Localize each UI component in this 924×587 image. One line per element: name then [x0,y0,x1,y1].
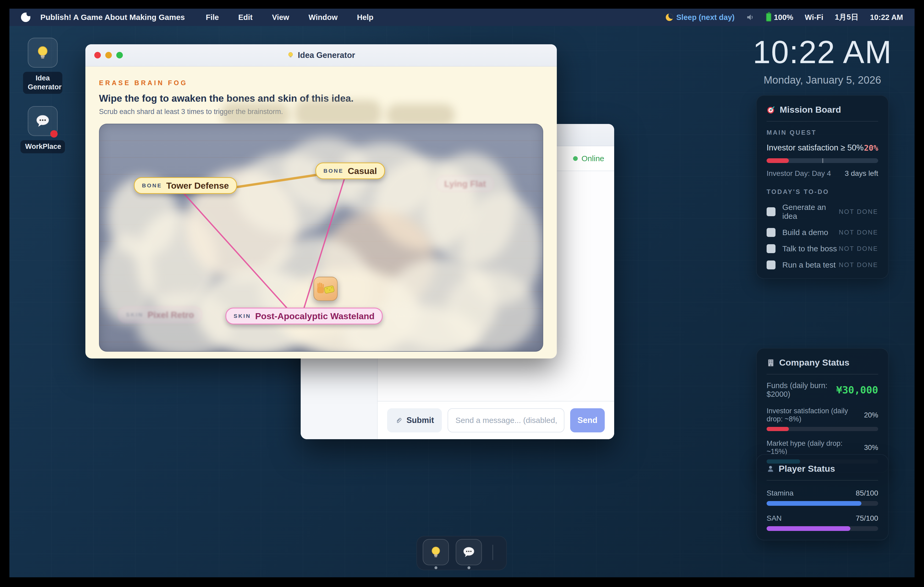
shard-label: Tower Defense [166,180,229,191]
todo-row: Generate an idea NOT DONE [767,203,878,221]
quest-progress-fill [767,158,789,163]
shard-tag: SKIN [126,312,143,318]
panel-title: Mission Board [780,104,841,115]
quest-target-marker [822,158,823,163]
shard-post-apocalyptic-wasteland[interactable]: SKIN Post-Apocalyptic Wasteland [226,308,383,324]
battery-full-icon [766,13,771,21]
submit-button[interactable]: Submit [387,408,442,432]
metric-value: 75/100 [856,514,878,523]
desktop-icon-idea-generator[interactable]: Idea Generator [22,38,64,94]
todo-label: Build a demo [782,228,839,237]
desktop-icon-workplace[interactable]: WorkPlace [22,106,64,153]
todo-checkbox[interactable] [767,228,776,237]
dock-item-workplace[interactable] [456,539,482,569]
todo-checkbox[interactable] [767,260,776,270]
todo-status: NOT DONE [839,229,878,236]
shard-tower-defense[interactable]: BONE Tower Defense [134,177,237,194]
funds-value: ¥30,000 [836,384,878,396]
clock-date: Monday, January 5, 2026 [741,74,904,86]
todo-checkbox[interactable] [767,207,776,216]
desktop-clock: 10:22 AM Monday, January 5, 2026 [741,34,904,86]
metric-bar [767,427,878,431]
speech-balloon-icon [462,546,475,559]
fogged-shard-label: Lying Flat [444,179,486,189]
metric-value: 30% [864,444,878,452]
panel-title: Player Status [779,464,835,474]
running-indicator-dot [434,566,437,569]
speaker-icon[interactable] [746,13,754,21]
todo-status: NOT DONE [839,208,878,215]
online-dot-icon [573,156,578,161]
paperclip-icon [395,417,403,424]
metric-investor-satisfaction: Investor satisfaction (daily drop: ~8%) … [767,407,878,431]
crescent-moon-icon [666,13,673,21]
idea-subtext: Scrub each shard at least 3 times to tri… [99,108,543,116]
brain-fog-canvas[interactable]: Lying Flat SKIN Pixel Retro BONE Tower D… [99,124,543,352]
zoom-button[interactable] [116,52,123,58]
menu-bar: Publish! A Game About Making Games File … [10,9,914,26]
metric-label: Stamina [767,489,794,498]
menu-item-edit[interactable]: Edit [238,13,253,22]
menu-item-file[interactable]: File [206,13,219,22]
clock-time: 10:22 AM [741,34,904,71]
sponge-icon [324,286,335,294]
todo-row: Run a beta test NOT DONE [767,260,878,270]
idea-generator-window[interactable]: Idea Generator ERASE BRAIN FOG Wipe the … [86,44,557,359]
menu-items: File Edit View Window Help [206,13,373,22]
workplace-tile[interactable] [28,106,58,136]
menu-item-window[interactable]: Window [309,13,338,22]
shard-label: Casual [348,166,377,176]
metric-bar-fill [767,427,789,431]
funds-label: Funds (daily burn: $2000) [767,381,836,398]
mission-board-panel: Mission Board MAIN QUEST Investor satisf… [756,95,889,279]
idea-headline: Wipe the fog to awaken the bones and ski… [99,93,543,104]
metric-value: 20% [864,411,878,419]
bone-skin-edge [183,193,297,319]
office-building-icon [767,359,775,367]
panel-title: Company Status [779,357,849,368]
running-indicator-dot [467,566,470,569]
lightbulb-icon [429,546,442,559]
todo-checkbox[interactable] [767,244,776,253]
workplace-dock-tile[interactable] [456,539,482,565]
metric-san: SAN 75/100 [767,514,878,531]
todo-status: NOT DONE [839,245,878,252]
desktop[interactable]: Publish! A Game About Making Games File … [10,9,914,577]
screen: Publish! A Game About Making Games File … [0,0,924,587]
metric-bar-fill [767,526,850,531]
idea-titlebar[interactable]: Idea Generator [86,44,557,66]
idea-generator-dock-tile[interactable] [423,539,449,565]
dock [416,536,507,570]
days-left-label: 3 days left [845,169,878,178]
menu-item-view[interactable]: View [272,13,289,22]
idea-generator-tile[interactable] [28,38,58,68]
metric-stamina: Stamina 85/100 [767,489,878,506]
hand-icon [317,283,324,293]
dock-item-idea-generator[interactable] [423,539,449,569]
lightbulb-icon [35,45,50,60]
menu-item-help[interactable]: Help [357,13,373,22]
message-input[interactable] [447,408,564,432]
submit-label: Submit [406,416,434,425]
sleep-status[interactable]: Sleep (next day) [666,13,734,22]
quest-progress-bar [767,158,878,163]
shard-tag: BONE [323,168,343,174]
minimize-button[interactable] [105,52,112,58]
battery-status[interactable]: 100% [766,13,793,22]
fogged-shard-pixel-retro[interactable]: SKIN Pixel Retro [118,306,202,323]
todo-row: Build a demo NOT DONE [767,228,878,237]
wifi-label[interactable]: Wi-Fi [805,13,823,22]
speech-balloon-icon [35,114,50,129]
send-button[interactable]: Send [570,408,605,432]
window-title-text: Idea Generator [298,51,355,60]
dock-divider [492,545,493,560]
shard-casual[interactable]: BONE Casual [315,162,385,179]
todo-status: NOT DONE [839,261,878,269]
desktop-icon-label: Idea Generator [23,72,62,94]
bone-bone-edge [223,175,319,189]
chat-input-bar: Submit Send [378,401,614,439]
fogged-shard-lying-flat[interactable]: Lying Flat [436,175,494,192]
game-logo-icon[interactable] [21,13,30,22]
battery-label: 100% [774,13,793,22]
close-button[interactable] [94,52,101,58]
